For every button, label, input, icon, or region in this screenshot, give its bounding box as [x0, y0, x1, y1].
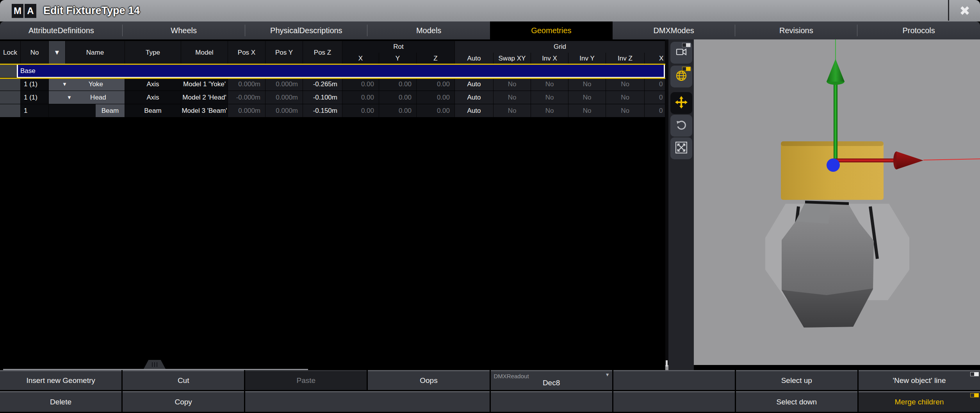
cell-auto[interactable]: Auto: [455, 78, 494, 91]
cell-no[interactable]: 1 (1): [21, 78, 49, 91]
globe-button[interactable]: [670, 66, 692, 87]
dmx-readout-selector[interactable]: DMXReadout ▼ Dec8: [491, 370, 612, 390]
move-button[interactable]: [670, 92, 692, 114]
tab-geometries[interactable]: Geometries: [490, 21, 613, 39]
expand-caret-icon[interactable]: ▼: [62, 81, 67, 87]
cell-pos-x[interactable]: 0.000m: [228, 104, 265, 117]
cell-inv-y[interactable]: No: [568, 91, 606, 104]
cell-pos-y[interactable]: 0.000m: [265, 78, 303, 91]
select-up-button[interactable]: Select up: [736, 370, 857, 390]
cell-pos-z[interactable]: -0.100m: [303, 91, 342, 104]
cell-rot-z[interactable]: 0.00: [417, 104, 455, 117]
cell-next-clipped[interactable]: 0: [645, 91, 665, 104]
cell-name[interactable]: Base: [66, 64, 125, 77]
copy-button[interactable]: Copy: [123, 391, 244, 412]
rotate-button[interactable]: [670, 115, 692, 137]
cell-lock[interactable]: [0, 104, 21, 117]
table-bottom-strip: [0, 359, 665, 370]
tab-models[interactable]: Models: [367, 21, 490, 39]
cell-pos-y[interactable]: 0.000m: [265, 91, 303, 104]
camera-button[interactable]: [670, 42, 692, 64]
name-edit-field[interactable]: Base: [66, 64, 125, 77]
cell-lock[interactable]: [0, 91, 21, 104]
tab-wheels[interactable]: Wheels: [123, 21, 245, 39]
cut-button[interactable]: Cut: [123, 370, 244, 390]
fit-view-button[interactable]: [670, 137, 692, 159]
cell-rot-z[interactable]: 0.00: [417, 78, 455, 91]
cell-inv-y[interactable]: No: [568, 104, 606, 117]
select-down-button[interactable]: Select down: [736, 391, 857, 412]
cell-swap-xy[interactable]: No: [494, 91, 531, 104]
cell-model[interactable]: Model 3 'Beam': [181, 104, 228, 117]
cell-name[interactable]: Beam: [49, 104, 125, 117]
cell-rot-x[interactable]: 0.00: [342, 104, 379, 117]
cell-pos-x[interactable]: 0.000m: [228, 78, 265, 91]
cell-name[interactable]: ▼ Head: [49, 91, 125, 104]
splitter-handle[interactable]: [144, 360, 166, 369]
empty-cell: [491, 391, 612, 412]
col-header-no: No: [21, 41, 49, 64]
cell-pos-y[interactable]: 0.000m: [265, 104, 303, 117]
cell-inv-x[interactable]: No: [531, 104, 568, 117]
tab-dmxmodes[interactable]: DMXModes: [613, 21, 735, 39]
insert-new-geometry-button[interactable]: Insert new Geometry: [0, 370, 121, 390]
cell-lock[interactable]: [0, 78, 21, 91]
table-row[interactable]: 1 Beam Beam Model 3 'Beam' 0.000m 0.000m…: [0, 104, 665, 117]
table-vertical-scrollbar[interactable]: [665, 39, 668, 370]
cell-type[interactable]: Axis: [125, 91, 181, 104]
table-row[interactable]: 1 (1) ▼ Yoke Axis Model 1 'Yoke' 0.000m …: [0, 78, 665, 91]
cell-auto[interactable]: Auto: [455, 91, 494, 104]
fixture-base-top-shade: [781, 141, 884, 146]
cell-model[interactable]: Model 2 'Head': [181, 91, 228, 104]
cell-inv-x[interactable]: No: [531, 78, 568, 91]
cell-no[interactable]: 1: [21, 104, 49, 117]
cell-rot-z[interactable]: 0.00: [417, 91, 455, 104]
col-header-pos-x: Pos X: [228, 41, 265, 64]
cell-rot-y[interactable]: 0.00: [379, 78, 417, 91]
paste-button[interactable]: Paste: [245, 370, 367, 390]
dropdown-caret-icon: ▼: [605, 372, 610, 377]
col-header-model: Model: [181, 41, 228, 64]
cell-name[interactable]: ▼ Yoke: [49, 78, 125, 91]
tab-protocols[interactable]: Protocols: [857, 21, 980, 39]
3d-viewport[interactable]: [694, 39, 980, 365]
cell-rot-y[interactable]: 0.00: [379, 91, 417, 104]
tab-physicaldescriptions[interactable]: PhysicalDescriptions: [245, 21, 368, 39]
expand-caret-icon[interactable]: ▼: [67, 94, 72, 100]
oops-button[interactable]: Oops: [368, 370, 489, 390]
cell-swap-xy[interactable]: No: [494, 78, 531, 91]
cell-rot-x[interactable]: 0.00: [342, 91, 379, 104]
x-axis-shaft: [835, 158, 896, 162]
cell-rot-x[interactable]: 0.00: [342, 78, 379, 91]
col-header-inv-y: Inv Y: [568, 53, 606, 64]
tab-attributedefinitions[interactable]: AttributeDefinitions: [0, 21, 123, 39]
cell-next-clipped[interactable]: 0: [645, 78, 665, 91]
close-button[interactable]: [948, 0, 980, 21]
delete-button[interactable]: Delete: [0, 391, 121, 412]
cell-next-clipped[interactable]: 0: [645, 104, 665, 117]
table-row[interactable]: 1 (1) ▼ Head Axis Model 2 'Head' -0.000m…: [0, 91, 665, 104]
tab-revisions[interactable]: Revisions: [735, 21, 858, 39]
cell-inv-z[interactable]: No: [606, 78, 645, 91]
col-header-rot-z: Z: [417, 53, 455, 64]
cell-type[interactable]: Beam: [125, 104, 181, 117]
merge-children-toggle[interactable]: Merge children: [859, 391, 980, 412]
empty-cell: [613, 370, 735, 390]
cell-type[interactable]: Axis: [125, 78, 181, 91]
table-row[interactable]: 1 (1) ▼ Base Geometry Model 4 'Base' 0.0…: [0, 64, 665, 78]
cell-inv-z[interactable]: No: [606, 91, 645, 104]
cell-pos-z[interactable]: -0.150m: [303, 104, 342, 117]
cell-rot-y[interactable]: 0.00: [379, 104, 417, 117]
column-filter-caret-icon[interactable]: ▼: [49, 41, 66, 64]
cell-swap-xy[interactable]: No: [494, 104, 531, 117]
cell-pos-z[interactable]: -0.265m: [303, 78, 342, 91]
cell-inv-x[interactable]: No: [531, 91, 568, 104]
cell-auto[interactable]: Auto: [455, 104, 494, 117]
fit-view-icon: [675, 141, 688, 156]
cell-inv-z[interactable]: No: [606, 104, 645, 117]
cell-inv-y[interactable]: No: [568, 78, 606, 91]
new-object-line-toggle[interactable]: 'New object' line: [859, 370, 980, 390]
cell-model[interactable]: Model 1 'Yoke': [181, 78, 228, 91]
cell-no[interactable]: 1 (1): [21, 91, 49, 104]
cell-pos-x[interactable]: -0.000m: [228, 91, 265, 104]
